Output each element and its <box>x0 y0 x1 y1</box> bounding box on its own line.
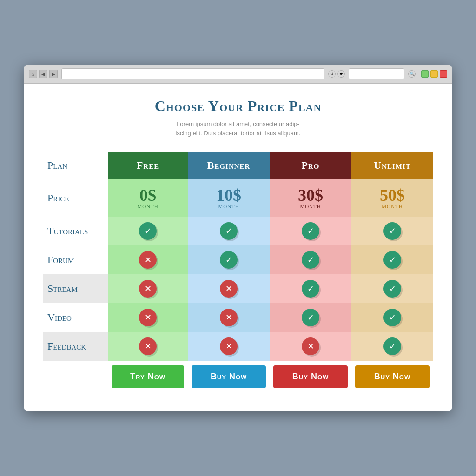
header-row: Plan Free Beginner Pro Unlimit <box>43 152 433 179</box>
free-price-period: month <box>108 204 188 209</box>
beginner-price-cell: 10$ month <box>188 179 270 217</box>
forward-button[interactable]: ▶ <box>49 70 58 78</box>
window-green-btn[interactable] <box>421 70 429 78</box>
tutorials-beginner: ✓ <box>188 217 270 245</box>
search-icon[interactable]: 🔍 <box>408 70 416 78</box>
browser-window: ⌂ ◀ ▶ ↺ ★ 🔍 Choose Your Price Plan Lorem… <box>24 65 452 411</box>
check-icon: ✓ <box>302 251 319 269</box>
browser-content: Choose Your Price Plan Lorem ipsum dolor… <box>24 84 452 411</box>
tutorials-unlimit: ✓ <box>351 217 433 245</box>
check-icon: ✓ <box>139 222 157 240</box>
cross-icon: ✕ <box>139 251 157 269</box>
pro-price-cell: 30$ month <box>270 179 351 217</box>
plan-label: Plan <box>43 152 108 179</box>
page-subtitle: Lorem ipsum dolor sit amet, consectetur … <box>43 119 433 138</box>
video-beginner: ✕ <box>188 303 270 332</box>
unlimit-price-period: month <box>351 204 433 209</box>
btn-row-empty <box>43 361 108 393</box>
button-row: Try Now Buy Now Buy Now Buy Now <box>43 361 433 393</box>
stream-free: ✕ <box>108 274 188 303</box>
video-row: Video ✕ ✕ ✓ ✓ <box>43 303 433 332</box>
beginner-btn-cell: Buy Now <box>188 361 270 393</box>
cross-icon: ✕ <box>220 280 238 298</box>
forum-beginner: ✓ <box>188 245 270 274</box>
free-try-now-button[interactable]: Try Now <box>112 365 184 388</box>
pro-price-amount: 30$ <box>298 186 323 205</box>
cross-icon: ✕ <box>220 309 238 326</box>
check-icon: ✓ <box>302 309 319 326</box>
unlimit-header: Unlimit <box>351 152 433 179</box>
cross-icon: ✕ <box>220 337 238 355</box>
check-icon: ✓ <box>383 222 401 240</box>
free-header: Free <box>108 152 188 179</box>
feedback-row: Feedback ✕ ✕ ✕ ✓ <box>43 332 433 361</box>
video-free: ✕ <box>108 303 188 332</box>
forum-free: ✕ <box>108 245 188 274</box>
window-red-btn[interactable] <box>440 70 447 78</box>
forum-row: Forum ✕ ✓ ✓ ✓ <box>43 245 433 274</box>
pro-header: Pro <box>270 152 351 179</box>
tutorials-free: ✓ <box>108 217 188 245</box>
cross-icon: ✕ <box>302 337 319 355</box>
feedback-pro: ✕ <box>270 332 351 361</box>
unlimit-buy-now-button[interactable]: Buy Now <box>355 365 430 388</box>
star-icon[interactable]: ★ <box>337 70 345 78</box>
price-row: Price 0$ month 10$ month 30$ month 50$ m… <box>43 179 433 217</box>
address-bar[interactable] <box>61 68 324 79</box>
free-price-cell: 0$ month <box>108 179 188 217</box>
feedback-beginner: ✕ <box>188 332 270 361</box>
stream-row: Stream ✕ ✕ ✓ ✓ <box>43 274 433 303</box>
feedback-free: ✕ <box>108 332 188 361</box>
pro-btn-cell: Buy Now <box>270 361 351 393</box>
free-price-amount: 0$ <box>139 186 156 205</box>
beginner-buy-now-button[interactable]: Buy Now <box>192 365 266 388</box>
unlimit-price-amount: 50$ <box>380 186 405 205</box>
browser-toolbar: ⌂ ◀ ▶ ↺ ★ 🔍 <box>24 65 452 84</box>
beginner-price-period: month <box>188 204 270 209</box>
check-icon: ✓ <box>383 251 401 269</box>
video-unlimit: ✓ <box>351 303 433 332</box>
pro-price-period: month <box>270 204 351 209</box>
page-title: Choose Your Price Plan <box>43 98 433 115</box>
forum-pro: ✓ <box>270 245 351 274</box>
check-icon: ✓ <box>383 309 401 326</box>
pro-buy-now-button[interactable]: Buy Now <box>273 365 348 388</box>
beginner-header: Beginner <box>188 152 270 179</box>
free-btn-cell: Try Now <box>108 361 188 393</box>
check-icon: ✓ <box>220 222 238 240</box>
stream-unlimit: ✓ <box>351 274 433 303</box>
stream-beginner: ✕ <box>188 274 270 303</box>
check-icon: ✓ <box>383 337 401 355</box>
forum-label: Forum <box>43 245 108 274</box>
tutorials-label: Tutorials <box>43 217 108 245</box>
check-icon: ✓ <box>302 222 319 240</box>
feedback-unlimit: ✓ <box>351 332 433 361</box>
browser-nav: ⌂ ◀ ▶ <box>29 70 58 78</box>
cross-icon: ✕ <box>139 309 157 326</box>
check-icon: ✓ <box>383 280 401 298</box>
check-icon: ✓ <box>302 280 319 298</box>
search-bar[interactable] <box>349 68 404 79</box>
cross-icon: ✕ <box>139 280 157 298</box>
unlimit-btn-cell: Buy Now <box>351 361 433 393</box>
window-yellow-btn[interactable] <box>430 70 438 78</box>
video-pro: ✓ <box>270 303 351 332</box>
back-button[interactable]: ◀ <box>39 70 47 78</box>
stream-label: Stream <box>43 274 108 303</box>
pricing-table: Plan Free Beginner Pro Unlimit Price 0$ … <box>43 152 433 393</box>
search-icon-btn: 🔍 <box>408 70 416 78</box>
beginner-price-amount: 10$ <box>216 186 241 205</box>
video-label: Video <box>43 303 108 332</box>
feedback-label: Feedback <box>43 332 108 361</box>
cross-icon: ✕ <box>139 337 157 355</box>
tutorials-pro: ✓ <box>270 217 351 245</box>
check-icon: ✓ <box>220 251 238 269</box>
price-label: Price <box>43 179 108 217</box>
forum-unlimit: ✓ <box>351 245 433 274</box>
refresh-icon[interactable]: ↺ <box>328 70 336 78</box>
unlimit-price-cell: 50$ month <box>351 179 433 217</box>
home-button[interactable]: ⌂ <box>29 70 37 78</box>
stream-pro: ✓ <box>270 274 351 303</box>
toolbar-icons: ↺ ★ <box>328 70 345 78</box>
tutorials-row: Tutorials ✓ ✓ ✓ ✓ <box>43 217 433 245</box>
